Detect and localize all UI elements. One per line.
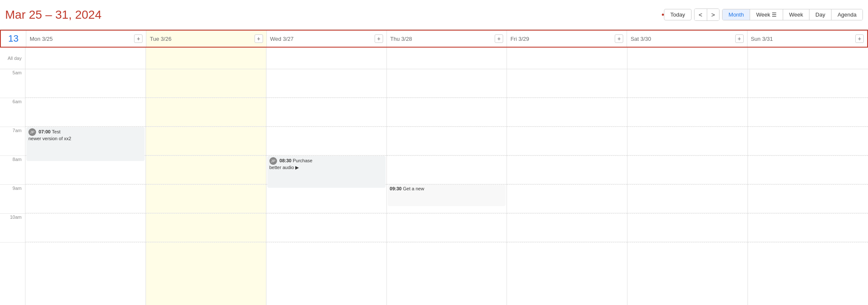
hour-slot-mon-5[interactable] [25,69,146,98]
hour-slot-mon-6[interactable] [25,98,146,127]
hour-slot-tue-7[interactable] [146,127,266,156]
hour-slot-tue-8[interactable] [146,156,266,185]
event-subtitle: newer version of xx2 [28,136,143,141]
allday-cell-sun[interactable] [748,48,868,69]
event-time: 08:30 [280,158,291,163]
hour-slot-wed-6[interactable] [266,98,386,127]
add-event-tue[interactable]: + [255,34,263,43]
add-event-sat[interactable]: + [735,34,744,43]
time-label-10am: 10am [0,214,25,243]
day-col-mon[interactable]: JP 07:00 Test newer version of xx2 [25,69,146,305]
hour-slot-sun-8[interactable] [748,156,868,185]
allday-cell-sat[interactable] [627,48,748,69]
event-title: Purchase [293,158,312,163]
day-col-fri[interactable] [507,69,627,305]
hour-slot-thu-7[interactable] [387,127,507,156]
day-header-label-sat: Sat 3/30 [630,36,651,42]
hour-slot-thu-5[interactable] [387,69,507,98]
hour-slot-sat-5[interactable] [627,69,748,98]
time-label-6am: 6am [0,98,25,127]
add-event-sun[interactable]: + [855,34,864,43]
event-title: Test [52,129,60,134]
view-week-clock-button[interactable]: Week ☰ [750,9,783,20]
hour-slot-tue-5[interactable] [146,69,266,98]
allday-cell-wed[interactable] [266,48,387,69]
add-event-fri[interactable]: + [615,34,623,43]
time-label-7am: 7am [0,127,25,156]
calendar-header: Mar 25 – 31, 2024 Today < > Month Week ☰… [0,0,868,30]
hour-slot-sun-9[interactable] [748,185,868,214]
hour-slot-sat-8[interactable] [627,156,748,185]
day-col-tue[interactable] [146,69,266,305]
calendar-title: Mar 25 – 31, 2024 [5,8,660,22]
hour-slot-thu-6[interactable] [387,98,507,127]
today-button[interactable]: Today [664,9,692,20]
hour-slot-tue-6[interactable] [146,98,266,127]
event-avatar-jp2: JP [269,157,277,165]
view-month-button[interactable]: Month [722,9,750,20]
view-buttons-group: Month Week ☰ Week Day Agenda [722,9,863,20]
hour-slot-sun-5[interactable] [748,69,868,98]
hour-slot-wed-5[interactable] [266,69,386,98]
hour-slot-fri-7[interactable] [507,127,627,156]
time-label-8am: 8am [0,156,25,185]
day-col-sun[interactable] [748,69,868,305]
day-col-thu[interactable]: 09:30 Get a new [387,69,507,305]
allday-cell-mon[interactable] [25,48,146,69]
hour-slot-sun-10[interactable] [748,214,868,243]
view-week-button[interactable]: Week [783,9,809,20]
hour-slot-wed-9[interactable] [266,185,386,214]
day-header-row: 13 Mon 3/25 + Tue 3/26 + Wed 3/27 + Thu … [0,30,868,48]
view-agenda-button[interactable]: Agenda [832,9,862,20]
add-event-wed[interactable]: + [375,34,383,43]
hour-slot-sun-6[interactable] [748,98,868,127]
view-day-button[interactable]: Day [809,9,832,20]
add-event-mon[interactable]: + [134,34,143,43]
hour-slot-mon-10[interactable] [25,214,146,243]
time-label-5am: 5am [0,69,25,98]
calendar-body[interactable]: 5am 6am 7am 8am 9am 10am JP 07:0 [0,69,868,305]
prev-button[interactable]: < [694,9,707,20]
day-col-sat[interactable] [627,69,748,305]
calendar-container: 13 Mon 3/25 + Tue 3/26 + Wed 3/27 + Thu … [0,30,868,305]
allday-cell-thu[interactable] [387,48,507,69]
day-header-fri: Fri 3/29 + [507,31,627,47]
event-get-new[interactable]: 09:30 Get a new [388,185,506,206]
day-header-label-thu: Thu 3/28 [390,36,412,42]
hour-slot-tue-10[interactable] [146,214,266,243]
allday-cell-tue[interactable] [146,48,266,69]
hour-slot-thu-8[interactable] [387,156,507,185]
allday-row: All day [0,48,868,69]
hour-slot-mon-9[interactable] [25,185,146,214]
hour-slot-fri-5[interactable] [507,69,627,98]
day-header-label-sun: Sun 3/31 [751,36,773,42]
hour-slot-fri-9[interactable] [507,185,627,214]
event-subtitle: better audio ▶ [269,165,384,170]
event-purchase-audio[interactable]: JP 08:30 Purchase better audio ▶ [267,156,386,188]
hour-slot-wed-10[interactable] [266,214,386,243]
day-header-label-wed: Wed 3/27 [270,36,294,42]
allday-cell-fri[interactable] [507,48,627,69]
hour-slot-thu-10[interactable] [387,214,507,243]
day-header-label-mon: Mon 3/25 [30,36,53,42]
hour-slot-tue-9[interactable] [146,185,266,214]
next-button[interactable]: > [707,9,720,20]
hour-slot-fri-10[interactable] [507,214,627,243]
event-time: 09:30 [390,186,402,191]
day-col-wed[interactable]: JP 08:30 Purchase better audio ▶ [266,69,387,305]
hour-slot-sat-10[interactable] [627,214,748,243]
hour-slot-wed-7[interactable] [266,127,386,156]
event-title: Get a new [403,186,424,191]
hour-slot-sun-7[interactable] [748,127,868,156]
day-header-mon: Mon 3/25 + [26,31,146,47]
hour-slot-fri-8[interactable] [507,156,627,185]
add-event-thu[interactable]: + [495,34,503,43]
allday-label: All day [0,48,25,69]
hour-slot-sat-9[interactable] [627,185,748,214]
event-test-xx2[interactable]: JP 07:00 Test newer version of xx2 [26,127,145,161]
day-header-tue: Tue 3/26 + [146,31,266,47]
header-controls: Today < > Month Week ☰ Week Day Agenda [664,8,863,21]
hour-slot-fri-6[interactable] [507,98,627,127]
hour-slot-sat-6[interactable] [627,98,748,127]
hour-slot-sat-7[interactable] [627,127,748,156]
